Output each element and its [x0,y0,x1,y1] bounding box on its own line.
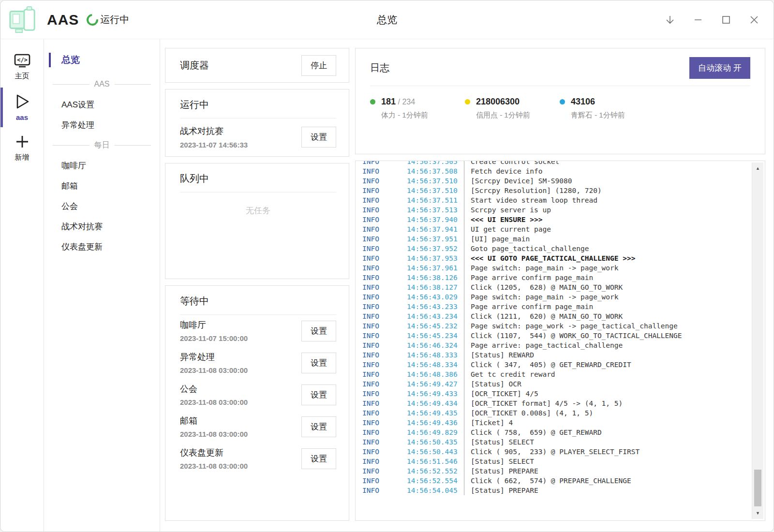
log-line: INFO 14:56:49.434 [OCR_TICKET format] 4/… [356,399,750,408]
queue-empty-text: 无任务 [180,192,336,216]
log-timestamp: 14:56:50.443 [407,447,464,457]
devices-logo-icon [7,5,37,35]
minimize-button[interactable] [689,11,707,29]
log-card: 日志 自动滚动 开 181 / 234 体力 - 1分钟前 [355,48,765,154]
divider-line [53,84,89,85]
minimize-to-tray-button[interactable] [661,11,679,29]
task-time: 2023-11-08 03:00:00 [180,430,248,438]
play-icon [15,93,30,110]
sidebar-item[interactable]: AAS设置 [44,94,160,115]
task-info: 战术对抗赛 2023-11-07 14:56:33 [180,125,248,149]
plus-icon [15,134,30,149]
close-button[interactable] [745,11,763,29]
stop-button[interactable]: 停止 [301,55,336,76]
code-monitor-icon: </> [14,54,31,68]
settings-button[interactable]: 设置 [301,321,336,341]
sidebar-item[interactable]: 咖啡厅 [44,155,160,176]
log-line: INFO 14:56:38.126 Page arrive confirm pa… [356,273,750,282]
log-timestamp: 14:56:37.508 [407,166,464,176]
sidebar-item[interactable]: 邮箱 [44,176,160,196]
sidebar-item[interactable]: 异常处理 [44,115,160,135]
rail-item-home[interactable]: </> 主页 [0,50,44,85]
log-line: INFO 14:56:48.333 [Status] REWARD [356,350,750,360]
log-level: INFO [362,263,407,273]
log-line: INFO 14:56:37.508 Fetch device info [356,166,750,176]
scrollbar-thumb[interactable] [754,470,761,506]
log-message: Page arrive: page_tactical_challenge [464,340,750,350]
scrollbar-up-arrow[interactable]: ▲ [752,163,763,173]
log-message: Page arrive confirm page_main [464,302,750,311]
log-level: INFO [362,466,407,476]
log-line: INFO 14:56:51.546 [Status] SELECT [356,457,750,466]
close-icon [749,15,759,25]
waiting-task-row: 仪表盘更新 2023-11-08 03:00:00 设置 [180,443,336,474]
log-header: 日志 自动滚动 开 [370,57,750,86]
log-scroll-area[interactable]: INFO 14:56:37.505 Create control socket … [356,161,750,520]
log-message: UI get current page [464,224,750,234]
settings-button[interactable]: 设置 [301,353,336,373]
stat-value-wrap: 43106 [571,97,595,107]
log-line: INFO 14:56:38.127 Click (1205, 628) @ MA… [356,282,750,292]
log-level: INFO [362,311,407,321]
log-message: Click (1205, 628) @ MAIN_GO_TO_WORK [464,282,750,292]
sidebar-item-overview[interactable]: 总览 [44,51,160,69]
log-line: INFO 14:56:43.029 Page switch: page_main… [356,292,750,302]
sidebar-item[interactable]: 公会 [44,196,160,216]
log-message: Page switch: page_main -> page_work [464,263,750,273]
log-message: Get tc credit reward [464,369,750,379]
task-name: 战术对抗赛 [180,125,248,137]
settings-button[interactable]: 设置 [301,416,336,437]
log-viewer[interactable]: INFO 14:56:37.505 Create control socket … [355,161,765,521]
stat-dot-icon [370,99,375,104]
tasks-column: 调度器 停止 运行中 战术对抗赛 2023-11-07 14:56:33 [165,48,349,521]
task-info: 仪表盘更新 2023-11-08 03:00:00 [180,447,248,470]
log-line: INFO 14:56:48.334 Click ( 347, 405) @ GE… [356,360,750,369]
log-timestamp: 14:56:52.554 [407,476,464,486]
rail-item-aas[interactable]: aas [0,89,44,125]
sidebar-section2-items: 咖啡厅 邮箱 公会 战术对抗赛 仪表盘更新 [44,155,160,257]
waiting-list: 咖啡厅 2023-11-07 15:00:00 设置 异常处理 2023-11-… [180,315,336,474]
log-line: INFO 14:56:49.435 [OCR_TICKET 0.008s] (4… [356,408,750,418]
settings-button[interactable]: 设置 [301,384,336,405]
autoscroll-toggle-button[interactable]: 自动滚动 开 [689,57,750,79]
maximize-button[interactable] [717,11,735,29]
log-level: INFO [362,340,407,350]
svg-text:</>: </> [17,57,28,63]
log-level: INFO [362,447,407,457]
log-line: INFO 14:56:37.940 <<< UI ENSURE >>> [356,215,750,224]
sidebar-item[interactable]: 仪表盘更新 [44,236,160,257]
scrollbar-down-arrow[interactable]: ▼ [752,508,763,518]
running-list: 战术对抗赛 2023-11-07 14:56:33 设置 [180,118,336,149]
log-level: INFO [362,476,407,486]
log-timestamp: 14:56:37.510 [407,186,464,195]
log-message: Start video stream loop thread [464,195,750,205]
log-message: [OCR_TICKET 0.008s] (4, 1, 5) [464,408,750,418]
log-level: INFO [362,215,407,224]
log-line: INFO 14:56:46.324 Page arrive: page_tact… [356,340,750,350]
log-timestamp: 14:56:37.511 [407,195,464,205]
log-timestamp: 14:56:48.334 [407,360,464,369]
log-message: [Status] SELECT [464,437,750,447]
log-level: INFO [362,166,407,176]
waiting-task-row: 公会 2023-11-08 03:00:00 设置 [180,379,336,411]
app-logo [0,0,44,39]
settings-button[interactable]: 设置 [301,127,336,148]
log-level: INFO [362,369,407,379]
sidebar-item[interactable]: 战术对抗赛 [44,216,160,236]
log-scrollbar[interactable]: ▲ ▼ [752,163,763,519]
log-message: <<< UI ENSURE >>> [464,215,750,224]
settings-button[interactable]: 设置 [301,448,336,469]
log-line: INFO 14:56:45.232 Page switch: page_work… [356,321,750,331]
log-message: Click ( 905, 233) @ PLAYER_SELECT_FIRST [464,447,750,457]
log-timestamp: 14:56:50.435 [407,437,464,447]
waiting-card: 等待中 咖啡厅 2023-11-07 15:00:00 设置 [165,285,349,521]
waiting-title: 等待中 [180,295,336,315]
rail-item-label: 主页 [15,72,30,81]
maximize-icon [721,15,731,25]
log-timestamp: 14:56:37.941 [407,224,464,234]
minimize-icon [693,15,703,25]
rail-item-add[interactable]: 新增 [0,130,44,166]
window-controls [661,11,774,29]
log-timestamp: 14:56:37.951 [407,234,464,244]
task-info: 异常处理 2023-11-08 03:00:00 [180,351,248,374]
